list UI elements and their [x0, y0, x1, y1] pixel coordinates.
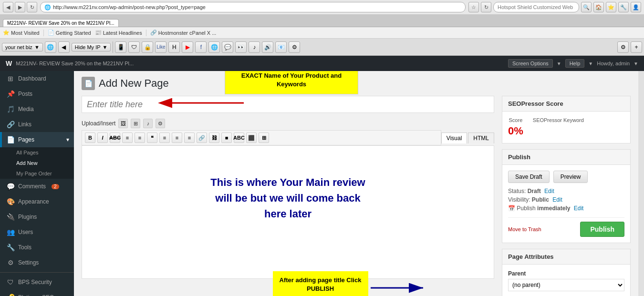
music-icon[interactable]: ♪ — [249, 41, 260, 53]
icon-group3[interactable]: 🔊 — [262, 41, 273, 53]
unlink-button[interactable]: ⛓ — [209, 133, 219, 143]
bookmark-latest-headlines[interactable]: 📰 Latest Headlines — [95, 30, 142, 36]
sms-icon[interactable]: 💬 — [222, 41, 233, 53]
unordered-list-button[interactable]: ≡ — [122, 133, 133, 143]
shield2-icon[interactable]: 🔒 — [142, 41, 153, 53]
blue-arrow-annotation — [368, 278, 426, 296]
sidebar-item-all-pages[interactable]: All Pages — [0, 147, 74, 158]
youtube-icon[interactable]: ▶ — [182, 41, 193, 53]
sidebar-item-posts[interactable]: 📌 Posts — [0, 86, 74, 102]
wp-screen-options-btn[interactable]: Screen Options — [508, 59, 553, 68]
address-bar[interactable]: 🌐 http://www.m221nv.com/wp-admin/post-ne… — [40, 2, 466, 12]
media-icon: 🎵 — [7, 105, 14, 113]
bookmark-hostmonster[interactable]: 🔗 Hostmonster cPanel X ... — [150, 30, 217, 36]
insert-button[interactable]: ■ — [221, 133, 232, 143]
search-input[interactable] — [493, 2, 579, 12]
sidebar-item-appearance[interactable]: 🎨 Appearance — [0, 194, 74, 209]
shield-icon[interactable]: 🛡 — [128, 41, 140, 53]
sidebar-item-plugins[interactable]: 🔌 Plugins — [0, 209, 74, 225]
sidebar-item-media[interactable]: 🎵 Media — [0, 102, 74, 117]
wp-help-btn[interactable]: Help — [565, 59, 585, 68]
active-tab[interactable]: M221NV- REVIEW Save 20% on the M221NV Pl… — [3, 19, 119, 27]
hulu-icon[interactable]: H — [168, 41, 180, 53]
fullscreen-button[interactable]: ⬛ — [246, 133, 257, 143]
address-url: http://www.m221nv.com/wp-admin/post-new.… — [53, 4, 206, 10]
publish-button[interactable]: Publish — [580, 222, 624, 237]
sidebar-item-dashboard[interactable]: ⊞ Dashboard — [0, 71, 74, 86]
strikethrough-button[interactable]: ABC — [110, 133, 120, 143]
forward-button[interactable]: ▶ — [15, 2, 25, 12]
sidebar-item-add-new[interactable]: Add New — [0, 158, 74, 168]
icon-group4[interactable]: 📧 — [275, 41, 287, 53]
main-scrollbar[interactable] — [638, 71, 644, 296]
italic-button[interactable]: I — [97, 133, 108, 143]
bold-button[interactable]: B — [85, 133, 95, 143]
visibility-edit-link[interactable]: Edit — [552, 196, 562, 203]
page-attributes-box: Page Attributes Parent (no parent) — [502, 249, 631, 296]
wp-user-info: Screen Options ▼ Help ▼ Howdy, admin ▼ — [508, 59, 638, 68]
grid-button[interactable]: ⊞ — [259, 133, 269, 143]
settings-icon[interactable]: ⚙ — [617, 41, 629, 53]
fb-icon[interactable]: f — [195, 41, 207, 53]
bookmark-getting-started[interactable]: 📄 Getting Started — [48, 30, 91, 36]
sidebar-item-comments[interactable]: 💬 Comments 2 — [0, 179, 74, 194]
spell-check-button[interactable]: ABC — [234, 133, 244, 143]
hide-my-ip-dropdown[interactable]: Hide My IP ▼ — [72, 43, 111, 51]
save-draft-button[interactable]: Save Draft — [508, 171, 550, 183]
toolbar-icon1[interactable]: 🌐 — [45, 41, 56, 53]
parent-select[interactable]: (no parent) — [508, 279, 624, 291]
align-center-button[interactable]: ≡ — [172, 133, 182, 143]
bookmarks-bar: ⭐ Most Visited 📄 Getting Started 📰 Lates… — [0, 27, 644, 39]
mobile-icon[interactable]: 📱 — [115, 41, 126, 53]
reload-button[interactable]: ↻ — [27, 2, 37, 12]
browser-nav: ◀ ▶ ↻ — [3, 2, 37, 12]
tab-html[interactable]: HTML — [468, 133, 494, 143]
move-to-trash-button[interactable]: Move to Trash — [508, 226, 541, 232]
sidebar-item-my-page-order[interactable]: My Page Order — [0, 168, 74, 179]
tools-icon: 🔧 — [7, 244, 14, 251]
toolbar-icon2[interactable]: ◀ — [58, 41, 70, 53]
icon-group1[interactable]: 🌐 — [208, 41, 220, 53]
upload-gallery-icon[interactable]: ⊞ — [131, 119, 140, 128]
link-button[interactable]: 🔗 — [197, 133, 207, 143]
sidebar-item-tools[interactable]: 🔧 Tools — [0, 240, 74, 255]
publish-timing-edit-link[interactable]: Edit — [574, 205, 584, 212]
bookmark-star-button[interactable]: ⭐ — [606, 2, 616, 12]
preview-button[interactable]: Preview — [553, 171, 588, 183]
sidebar-item-links[interactable]: 🔗 Links — [0, 117, 74, 132]
blockquote-button[interactable]: ❝ — [147, 133, 157, 143]
tab-visual[interactable]: Visual — [441, 133, 467, 143]
like-button[interactable]: Like — [155, 41, 166, 53]
parent-label: Parent — [508, 270, 624, 277]
bookmark-most-visited[interactable]: ⭐ Most Visited — [3, 30, 40, 36]
sidebar-item-bps[interactable]: 🛡 BPS Security — [0, 275, 74, 290]
align-left-button[interactable]: ≡ — [159, 133, 170, 143]
add-tab-icon[interactable]: + — [631, 41, 642, 53]
back-button[interactable]: ◀ — [3, 2, 13, 12]
upload-settings-icon[interactable]: ⚙ — [156, 119, 165, 128]
page-title-icon: 📄 — [82, 77, 95, 90]
align-right-button[interactable]: ≡ — [184, 133, 195, 143]
reload-button2[interactable]: ↻ — [481, 2, 491, 12]
upload-audio-icon[interactable]: ♪ — [143, 119, 153, 128]
sidebar-item-settings[interactable]: ⚙ Settings — [0, 255, 74, 270]
sidebar-item-users[interactable]: 👥 Users — [0, 225, 74, 240]
upload-image-icon[interactable]: 🖼 — [118, 119, 128, 128]
status-edit-link[interactable]: Edit — [544, 188, 554, 194]
home-button[interactable]: 🏠 — [593, 2, 604, 12]
icon-group5[interactable]: ⚙ — [289, 41, 300, 53]
publish-actions-row: Save Draft Preview — [508, 171, 624, 183]
profile-dropdown[interactable]: your net biz ▼ — [2, 43, 43, 51]
sidebar-item-platinum-seo[interactable]: 🔑 Platinum SEO — [0, 290, 74, 296]
editor-content-area[interactable]: This is where Your Main reviewwill be bu… — [82, 145, 494, 279]
profile-button[interactable]: 👤 — [631, 2, 641, 12]
extensions-button[interactable]: 🔧 — [618, 2, 629, 12]
icon-group2[interactable]: 👀 — [235, 41, 247, 53]
toolbar-separator — [113, 41, 113, 53]
bookmark-separator — [43, 30, 44, 36]
star-button[interactable]: ☆ — [468, 2, 479, 12]
search-go-button[interactable]: 🔍 — [581, 2, 592, 12]
ordered-list-button[interactable]: ≡ — [135, 133, 145, 143]
sidebar-item-pages[interactable]: 📄 Pages ▾ — [0, 132, 74, 147]
page-title-input[interactable] — [82, 96, 494, 113]
